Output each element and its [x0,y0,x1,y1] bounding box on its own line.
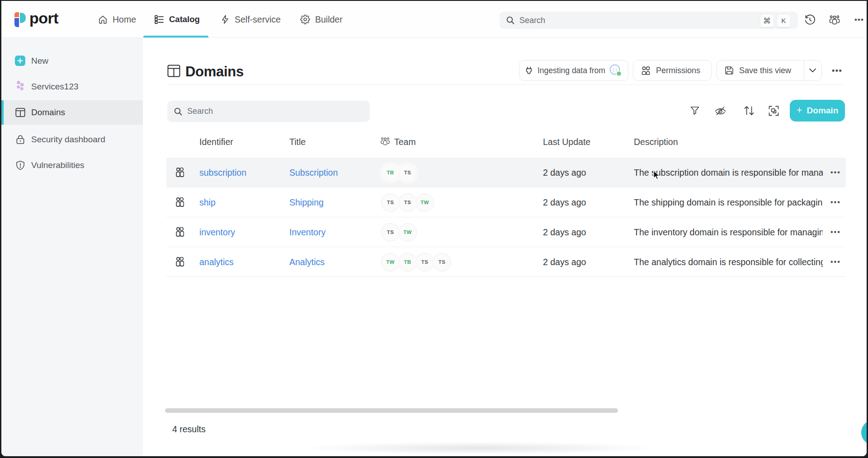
svg-text:(·): (·) [613,67,617,72]
